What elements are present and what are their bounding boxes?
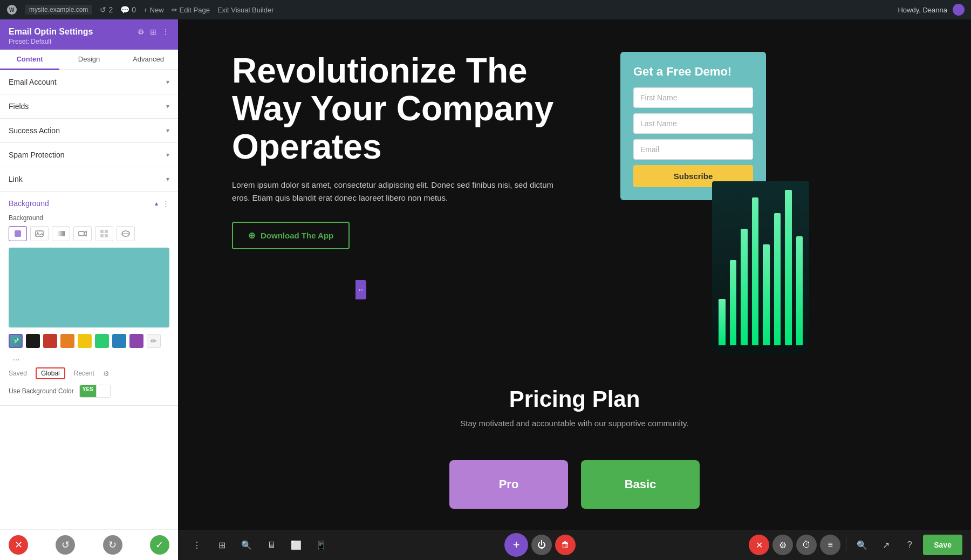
- color-settings-icon[interactable]: ⚙: [103, 370, 110, 378]
- chevron-background[interactable]: ▴: [155, 200, 158, 207]
- toolbar-dots-button[interactable]: ⋮: [187, 535, 207, 555]
- first-name-input[interactable]: [633, 87, 753, 108]
- canvas: Revolutionize The Way Your Company Opera…: [178, 19, 971, 530]
- section-email-account-header[interactable]: Email Account ▾: [9, 78, 169, 86]
- section-fields-header[interactable]: Fields ▾: [9, 102, 169, 111]
- hero-description: Lorem ipsum dolor sit amet, consectetur …: [232, 179, 556, 204]
- bg-section-actions: ▴ ⋮: [155, 200, 169, 208]
- redo-panel-button[interactable]: ↻: [103, 535, 122, 555]
- video-icon: [78, 229, 87, 238]
- swatch-blue[interactable]: [112, 334, 126, 348]
- wp-bar-left: W mysite.example.com ↺ 2 💬 0 + New ✏ Edi…: [6, 4, 889, 15]
- undo-panel-button[interactable]: ↺: [56, 535, 75, 555]
- toolbar-zoom-button[interactable]: 🔍: [852, 535, 872, 555]
- swatch-green[interactable]: [95, 334, 109, 348]
- tab-content[interactable]: Content: [0, 50, 59, 70]
- hero-download-button[interactable]: ⊕ Download The App: [232, 222, 350, 249]
- custom-color-icon[interactable]: ✏: [147, 334, 161, 348]
- section-spam-protection-header[interactable]: Spam Protection ▾: [9, 151, 169, 159]
- confirm-panel-button[interactable]: ✓: [150, 535, 169, 555]
- bg-type-image-icon[interactable]: [30, 226, 49, 241]
- swatch-purple[interactable]: [129, 334, 143, 348]
- bg-type-mask-icon[interactable]: [117, 226, 135, 241]
- section-email-account-label: Email Account: [9, 78, 57, 86]
- paint-bucket-icon: [13, 229, 22, 238]
- svg-rect-2: [15, 230, 21, 237]
- layers-icon: ≡: [828, 540, 833, 550]
- hero-form: Get a Free Demo! Subscribe: [620, 52, 766, 200]
- toolbar-save-button[interactable]: Save: [923, 535, 962, 555]
- bg-section-menu-icon[interactable]: ⋮: [162, 200, 169, 208]
- toolbar-search-button[interactable]: 🔍: [236, 535, 257, 555]
- swatch-red[interactable]: [43, 334, 57, 348]
- toggle-color-swatch[interactable]: [96, 385, 110, 397]
- toolbar-help-button[interactable]: ?: [899, 535, 920, 555]
- settings-icon: ⚙: [779, 540, 787, 550]
- pricing-card-pro: Pro: [449, 460, 568, 509]
- toolbar-add-button[interactable]: +: [504, 533, 528, 557]
- panel-layout-icon[interactable]: ⊞: [150, 28, 156, 36]
- swatch-orange[interactable]: [60, 334, 74, 348]
- wp-logo-button[interactable]: W: [6, 4, 17, 15]
- toolbar-layers-button[interactable]: ≡: [820, 535, 840, 555]
- color-tab-saved[interactable]: Saved: [9, 370, 27, 377]
- pricing-section: Pricing Plan Stay motivated and accounta…: [178, 354, 971, 460]
- eyedropper-icon[interactable]: [9, 334, 23, 348]
- swatch-yellow[interactable]: [78, 334, 92, 348]
- pricing-card-basic-title: Basic: [592, 477, 689, 491]
- color-tab-recent[interactable]: Recent: [74, 370, 94, 377]
- color-preview[interactable]: [9, 248, 169, 327]
- toolbar-power-button[interactable]: ⏻: [531, 535, 552, 555]
- section-link-header[interactable]: Link ▾: [9, 175, 169, 183]
- toolbar-trash-button[interactable]: 🗑: [555, 535, 576, 555]
- hero-button-label: Download The App: [261, 231, 333, 240]
- toolbar-desktop-button[interactable]: 🖥: [261, 535, 282, 555]
- toolbar-mobile-button[interactable]: 📱: [311, 535, 331, 555]
- close-panel-button[interactable]: ✕: [9, 535, 28, 555]
- toolbar-right: ✕ ⚙ ⏱ ≡ 🔍 ↗ ?: [749, 535, 962, 555]
- swatch-black[interactable]: [26, 334, 40, 348]
- bg-type-icons: [9, 226, 169, 241]
- toolbar-settings-button[interactable]: ⚙: [772, 535, 793, 555]
- toolbar-history-button[interactable]: ⏱: [796, 535, 817, 555]
- new-post-button[interactable]: + New: [143, 6, 164, 14]
- pricing-title: Pricing Plan: [221, 386, 928, 412]
- check-icon: ✓: [155, 539, 163, 551]
- section-success-action: Success Action ▾: [0, 119, 178, 143]
- toolbar-tablet-button[interactable]: ⬜: [286, 535, 306, 555]
- zoom-icon: 🔍: [857, 540, 867, 550]
- bg-type-video-icon[interactable]: [73, 226, 92, 241]
- edit-page-button[interactable]: ✏ Edit Page: [172, 6, 210, 14]
- panel-toggle-arrow[interactable]: ↔: [355, 280, 366, 299]
- section-fields-label: Fields: [9, 102, 29, 111]
- undo-count: 2: [108, 5, 113, 14]
- color-more-button[interactable]: ···: [9, 352, 24, 367]
- exit-builder-button[interactable]: Exit Visual Builder: [217, 6, 274, 14]
- toolbar-close-button[interactable]: ✕: [749, 535, 769, 555]
- tab-advanced[interactable]: Advanced: [119, 50, 178, 70]
- bg-type-pattern-icon[interactable]: [95, 226, 113, 241]
- bg-type-gradient-icon[interactable]: [52, 226, 70, 241]
- chart-graphic: [712, 181, 809, 354]
- bg-label: Background: [9, 214, 169, 222]
- toolbar-share-button[interactable]: ↗: [876, 535, 896, 555]
- power-icon: ⏻: [537, 540, 546, 550]
- edit-page-label: Edit Page: [180, 6, 210, 14]
- bg-type-color-icon[interactable]: [9, 226, 27, 241]
- toolbar-grid-button[interactable]: ⊞: [211, 535, 232, 555]
- panel-tabs: Content Design Advanced: [0, 50, 178, 70]
- last-name-input[interactable]: [633, 113, 753, 134]
- use-bg-color-toggle[interactable]: YES: [79, 385, 111, 398]
- panel-settings-icon[interactable]: ⚙: [138, 28, 145, 36]
- color-tab-global[interactable]: Global: [36, 367, 65, 379]
- tablet-icon: ⬜: [291, 540, 302, 550]
- arrow-left-icon: ↔: [358, 286, 364, 293]
- comments-button[interactable]: 💬 0: [120, 5, 136, 14]
- email-input[interactable]: [633, 139, 753, 160]
- bg-section-header: Background ▴ ⋮: [9, 199, 169, 208]
- panel-more-icon[interactable]: ⋮: [162, 28, 169, 36]
- undo-button[interactable]: ↺ 2: [100, 5, 113, 14]
- panel-preset: Preset: Default: [9, 38, 169, 45]
- section-success-action-header[interactable]: Success Action ▾: [9, 126, 169, 135]
- tab-design[interactable]: Design: [59, 50, 119, 70]
